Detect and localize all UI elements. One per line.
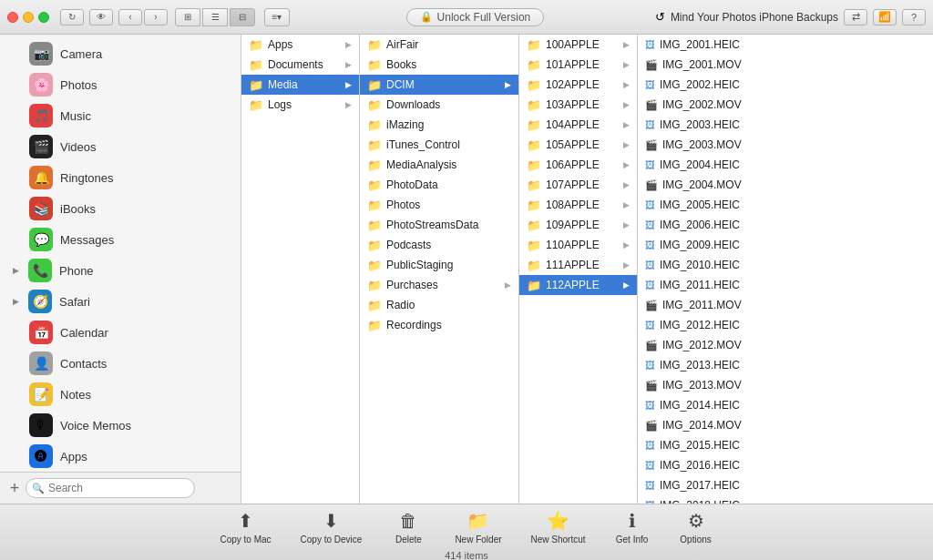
list-item[interactable]: 🖼IMG_2015.HEIC [638,435,933,455]
list-item[interactable]: 📁Apps▶ [241,35,359,55]
list-item[interactable]: 📁PhotoData [360,175,518,195]
list-item[interactable]: 📁Media▶ [241,75,359,95]
minimize-button[interactable] [23,12,34,23]
preview-button[interactable]: 👁 [89,9,113,25]
list-item[interactable]: 🖼IMG_2009.HEIC [638,235,933,255]
sidebar-item-phone[interactable]: ▶📞Phone [4,255,237,286]
new-folder-button[interactable]: 📁 New Folder [440,504,516,550]
sidebar-item-apps[interactable]: 🅐Apps [4,441,237,472]
sidebar-item-music[interactable]: 🎵Music [4,100,237,131]
sidebar-item-messages[interactable]: 💬Messages [4,224,237,255]
get-info-button[interactable]: ℹ Get Info [600,504,664,550]
list-item[interactable]: 📁PhotoStreamsData [360,215,518,235]
list-item[interactable]: 📁104APPLE▶ [519,115,637,135]
list-item[interactable]: 📁DCIM▶ [360,75,518,95]
list-item[interactable]: 📁MediaAnalysis [360,155,518,175]
list-item[interactable]: 📁Logs▶ [241,95,359,115]
sidebar-item-notes[interactable]: 📝Notes [4,379,237,410]
list-item[interactable]: 📁Downloads [360,95,518,115]
list-item[interactable]: 📁101APPLE▶ [519,55,637,75]
music-icon: 🎵 [29,104,53,127]
sort-button[interactable]: ≡▾ [264,8,290,26]
list-view-button[interactable]: ☰ [202,8,228,26]
copy-to-device-button[interactable]: ⬇ Copy to Device [286,504,377,550]
list-item[interactable]: 📁105APPLE▶ [519,135,637,155]
options-button[interactable]: ⚙ Options [664,504,728,550]
fullscreen-button[interactable] [38,12,49,23]
list-item[interactable]: 🖼IMG_2001.HEIC [638,35,933,55]
list-item[interactable]: 📁PublicStaging [360,255,518,275]
list-item[interactable]: 🖼IMG_2018.HEIC [638,495,933,504]
col-item-label: 104APPLE [546,118,600,131]
wifi-button[interactable]: 📶 [873,9,897,25]
back-button[interactable]: ‹ [118,9,142,25]
list-item[interactable]: 🖼IMG_2013.HEIC [638,355,933,375]
list-item[interactable]: 📁Recordings [360,315,518,335]
list-item[interactable]: 📁106APPLE▶ [519,155,637,175]
list-item[interactable]: 📁107APPLE▶ [519,175,637,195]
sidebar-item-calendar[interactable]: 📅Calendar [4,317,237,348]
list-item[interactable]: 🖼IMG_2016.HEIC [638,455,933,475]
list-item[interactable]: 🖼IMG_2017.HEIC [638,475,933,495]
copy-to-mac-button[interactable]: ⬆ Copy to Mac [205,504,285,550]
list-item[interactable]: 🎬IMG_2014.MOV [638,415,933,435]
list-item[interactable]: 🎬IMG_2012.MOV [638,335,933,355]
toolbar-actions: ⬆ Copy to Mac ⬇ Copy to Device 🗑 Delete … [0,504,933,550]
delete-button[interactable]: 🗑 Delete [376,505,440,550]
unlock-button[interactable]: 🔒 Unlock Full Version [406,8,545,26]
list-item[interactable]: 🖼IMG_2005.HEIC [638,195,933,215]
add-button[interactable]: + [7,481,22,495]
list-item[interactable]: 📁100APPLE▶ [519,35,637,55]
list-item[interactable]: 🎬IMG_2001.MOV [638,55,933,75]
list-item[interactable]: 🖼IMG_2002.HEIC [638,75,933,95]
list-item[interactable]: 🎬IMG_2002.MOV [638,95,933,115]
grid-view-button[interactable]: ⊞ [175,8,200,26]
list-item[interactable]: 🎬IMG_2004.MOV [638,175,933,195]
column-view-button[interactable]: ⊟ [230,8,255,26]
new-shortcut-button[interactable]: ⭐ New Shortcut [517,504,600,550]
expand-button[interactable]: ⇄ [844,9,867,25]
close-button[interactable] [7,12,18,23]
sidebar-item-label: Photos [60,78,97,92]
list-item[interactable]: 🖼IMG_2006.HEIC [638,215,933,235]
folder-icon: 📁 [249,38,263,52]
list-item[interactable]: 📁102APPLE▶ [519,75,637,95]
list-item[interactable]: 📁Radio [360,295,518,315]
list-item[interactable]: 📁iTunes_Control [360,135,518,155]
list-item[interactable]: 📁Books [360,55,518,75]
list-item[interactable]: 🎬IMG_2011.MOV [638,295,933,315]
list-item[interactable]: 📁111APPLE▶ [519,255,637,275]
list-item[interactable]: 📁109APPLE▶ [519,215,637,235]
list-item[interactable]: 🖼IMG_2003.HEIC [638,115,933,135]
sidebar-item-photos[interactable]: 🌸Photos [4,69,237,100]
list-item[interactable]: 📁Documents▶ [241,55,359,75]
list-item[interactable]: 🖼IMG_2010.HEIC [638,255,933,275]
list-item[interactable]: 📁110APPLE▶ [519,235,637,255]
sidebar-item-ibooks[interactable]: 📚iBooks [4,193,237,224]
list-item[interactable]: 📁iMazing [360,115,518,135]
list-item[interactable]: 🎬IMG_2013.MOV [638,375,933,395]
list-item[interactable]: 🖼IMG_2004.HEIC [638,155,933,175]
forward-button[interactable]: › [144,9,168,25]
list-item[interactable]: 🎬IMG_2003.MOV [638,135,933,155]
sidebar-item-ringtones[interactable]: 🔔Ringtones [4,162,237,193]
sidebar-item-camera[interactable]: 📷Camera [4,38,237,69]
folder-icon: 📁 [527,239,541,252]
list-item[interactable]: 📁Photos [360,195,518,215]
sidebar-item-contacts[interactable]: 👤Contacts [4,348,237,379]
sidebar-item-voice-memos[interactable]: 🎙Voice Memos [4,410,237,441]
sidebar-item-safari[interactable]: ▶🧭Safari [4,286,237,317]
list-item[interactable]: 🖼IMG_2014.HEIC [638,395,933,415]
list-item[interactable]: 🖼IMG_2011.HEIC [638,275,933,295]
refresh-button[interactable]: ↻ [60,9,84,25]
list-item[interactable]: 📁AirFair [360,35,518,55]
list-item[interactable]: 📁108APPLE▶ [519,195,637,215]
list-item[interactable]: 📁Podcasts [360,235,518,255]
list-item[interactable]: 📁Purchases▶ [360,275,518,295]
help-button[interactable]: ? [902,9,926,25]
list-item[interactable]: 📁103APPLE▶ [519,95,637,115]
list-item[interactable]: 🖼IMG_2012.HEIC [638,315,933,335]
search-input[interactable] [26,478,195,498]
list-item[interactable]: 📁112APPLE▶ [519,275,637,295]
sidebar-item-videos[interactable]: 🎬Videos [4,131,237,162]
